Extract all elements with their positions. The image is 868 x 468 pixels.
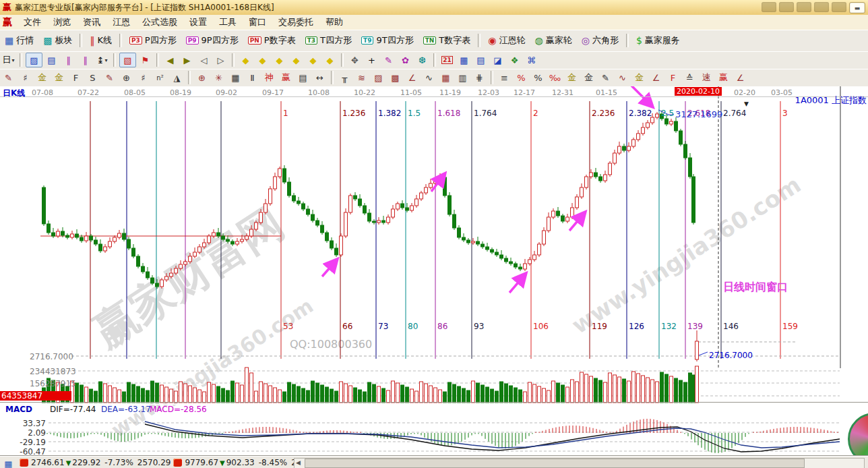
tool-calendar[interactable]: 21 <box>439 53 455 67</box>
toolbar-main-9P四方形[interactable]: P99P四方形 <box>181 32 243 49</box>
draw-a-wave[interactable]: ∿ <box>615 71 630 84</box>
toolbar-main-赢家服务[interactable]: $赢家服务 <box>631 32 685 49</box>
symbol-dropdown-icon[interactable]: ▼ <box>744 100 749 107</box>
toolbar-main-赢家轮[interactable]: ◍赢家轮 <box>530 32 577 49</box>
tool-save[interactable]: ◪ <box>490 53 505 67</box>
toolbar-main-P四方形[interactable]: P3P四方形 <box>125 32 181 49</box>
menu-item-0[interactable]: 文件 <box>18 15 47 30</box>
draw-span-arrows[interactable]: ↔ <box>312 71 328 84</box>
draw-hash-grid[interactable]: ♯ <box>135 71 151 84</box>
tool-rose-tool[interactable]: ✿ <box>398 53 413 67</box>
chart-area[interactable]: 赢家财富网 www.yingjia360.com www.yingjia360.… <box>0 86 868 456</box>
draw-permille[interactable]: ‰ <box>547 71 563 84</box>
draw-star-wheel[interactable]: ✳ <box>211 71 226 84</box>
sh-index-value[interactable]: 2746.61 <box>31 458 65 467</box>
window-button-4[interactable] <box>814 2 829 12</box>
draw-gold-circle[interactable]: 金 <box>564 71 580 84</box>
toolbar-main-T数字表[interactable]: TNT数字表 <box>418 32 476 49</box>
draw-win-tool[interactable]: 赢 <box>278 71 294 84</box>
toolbar-main-T四方形[interactable]: T3T四方形 <box>301 32 356 49</box>
draw-spiral[interactable]: S <box>85 71 100 84</box>
draw-fan-lines[interactable]: ≋ <box>354 71 369 84</box>
tool-period-select[interactable]: 日▾ <box>1 53 16 67</box>
draw-wave-tool[interactable]: ∿ <box>421 71 437 84</box>
toolbar-main-P数字表[interactable]: PNP数字表 <box>243 32 301 49</box>
draw-shade-grid[interactable]: ▨ <box>371 71 386 84</box>
tool-kline-mode[interactable]: ▧ <box>119 53 136 67</box>
tool-p9-chart[interactable]: ∥ <box>78 53 93 67</box>
tool-crosshair[interactable]: + <box>364 53 379 67</box>
tool-first-page[interactable]: ◀ <box>162 53 178 67</box>
draw-angle-tri[interactable]: ◮ <box>169 71 185 84</box>
menu-item-2[interactable]: 资讯 <box>77 15 106 30</box>
draw-shen-tool[interactable]: 神 <box>261 71 277 84</box>
draw-percent[interactable]: % <box>530 71 546 84</box>
draw-ruler-123[interactable]: ▤ <box>295 71 311 84</box>
tool-chart-mode[interactable]: ▨ <box>26 53 42 67</box>
tool-snow-tool[interactable]: ❆ <box>414 53 430 67</box>
window-button-1[interactable] <box>762 2 776 12</box>
draw-j-angle[interactable]: ∠ <box>648 71 664 84</box>
draw-levels[interactable]: ≡ <box>497 71 512 84</box>
tool-report-view[interactable]: ▤ <box>44 53 59 67</box>
draw-pillars[interactable]: Ⅱ <box>245 71 260 84</box>
scroll-left-icon[interactable]: ◀ <box>296 459 301 468</box>
window-button-2[interactable] <box>779 2 794 12</box>
menu-item-6[interactable]: 工具 <box>213 15 243 30</box>
draw-square-n[interactable]: n² <box>152 71 168 84</box>
toolbar-main-六角形[interactable]: ◎六角形 <box>577 32 623 49</box>
tool-notes[interactable]: ▤ <box>473 53 489 67</box>
tool-last-page[interactable]: ▶ <box>179 53 195 67</box>
draw-gann-circle[interactable]: ⊕ <box>119 71 134 84</box>
draw-pencil-2[interactable]: ✎ <box>102 71 117 84</box>
tool-scale-select[interactable]: ↨▾ <box>94 53 110 67</box>
tool-gann-angle-in[interactable]: ◆ <box>288 53 304 67</box>
toolbar-main-板块[interactable]: ▩板块 <box>38 32 77 49</box>
draw-four-angle[interactable]: ∠ <box>733 71 748 84</box>
tool-next-bar[interactable]: ▷ <box>213 53 228 67</box>
quotes-grid-icon[interactable]: ▦ <box>1 457 16 468</box>
window-button-5[interactable] <box>832 2 846 12</box>
draw-pen-dark[interactable]: ✎ <box>598 71 613 84</box>
tool-pan-hand[interactable]: ✥ <box>347 53 363 67</box>
tool-gann-angle-all[interactable]: ◆ <box>322 53 338 67</box>
window-button-3[interactable] <box>797 2 811 12</box>
tool-share[interactable]: ❖ <box>507 53 522 67</box>
draw-gold-levels[interactable]: 金 <box>581 71 596 84</box>
toolbar-main-江恩轮[interactable]: ◉江恩轮 <box>483 32 530 49</box>
menu-item-7[interactable]: 窗口 <box>243 15 272 30</box>
draw-gold-ratio-2[interactable]: 金 <box>51 71 67 84</box>
tool-gann-angle-both[interactable]: ◆ <box>272 53 287 67</box>
draw-gold-ratio-1[interactable]: 金 <box>34 71 50 84</box>
tool-flag-tool[interactable]: ⚑ <box>137 53 153 67</box>
draw-fib-tool[interactable]: F <box>68 71 84 84</box>
draw-grid-lines[interactable]: ♯ <box>18 71 33 84</box>
menu-item-4[interactable]: 公式选股 <box>136 15 183 30</box>
draw-col-grid[interactable]: ▥ <box>455 71 470 84</box>
tool-p3-chart[interactable]: ∥ <box>61 53 76 67</box>
tool-draw-pen[interactable]: ✎ <box>381 53 396 67</box>
tool-calculator[interactable]: ▦ <box>456 53 472 67</box>
toolbar-main-K线[interactable]: ‖K线 <box>85 32 117 49</box>
draw-speed-line[interactable]: 速 <box>699 71 714 84</box>
draw-matrix-grid[interactable]: ▦ <box>438 71 454 84</box>
tool-prev-bar[interactable]: ◁ <box>196 53 212 67</box>
tool-remote[interactable]: ⌘ <box>524 53 539 67</box>
draw-f-angle[interactable]: F <box>665 71 681 84</box>
draw-angle-tool[interactable]: ∠ <box>404 71 420 84</box>
draw-gold-line[interactable]: 金 <box>631 71 647 84</box>
menu-item-9[interactable]: 帮助 <box>319 15 349 30</box>
toolbar-main-9T四方形[interactable]: T99T四方形 <box>356 32 418 49</box>
sz-index-value[interactable]: 9779.67 <box>185 458 218 467</box>
draw-hatch[interactable]: ⋕ <box>472 71 487 84</box>
draw-win-angle[interactable]: 赢 <box>716 71 731 84</box>
menu-item-1[interactable]: 浏览 <box>47 15 77 30</box>
menu-item-8[interactable]: 交易委托 <box>272 15 319 30</box>
scrollbar-thumb[interactable] <box>305 459 805 468</box>
draw-square-grid[interactable]: ▦ <box>228 71 243 84</box>
draw-compass[interactable]: ⊕ <box>194 71 210 84</box>
minimize-button[interactable]: ▬ <box>849 2 865 13</box>
tool-gann-angle-up[interactable]: ◆ <box>305 53 321 67</box>
menu-item-5[interactable]: 设置 <box>183 15 213 30</box>
draw-pencil[interactable]: ✎ <box>1 71 16 84</box>
